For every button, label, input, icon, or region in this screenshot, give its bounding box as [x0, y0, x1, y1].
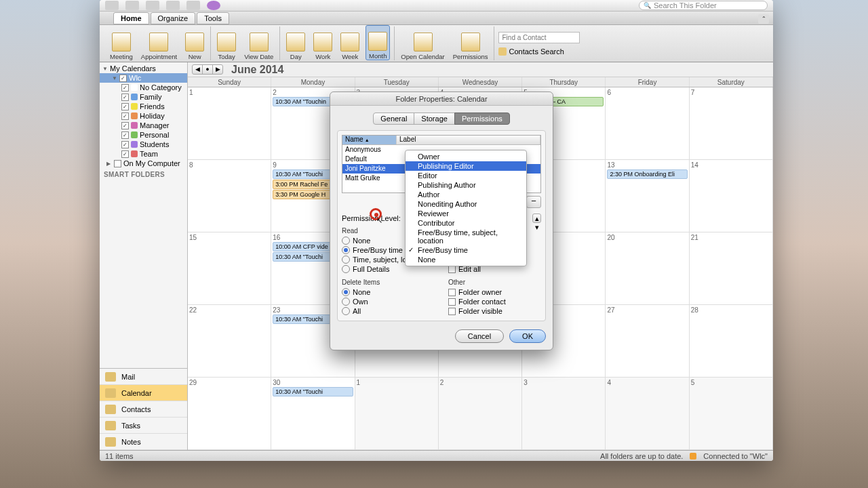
- calendar-day[interactable]: 21: [690, 232, 773, 304]
- undo-icon[interactable]: [125, 1, 139, 10]
- my-calendars-node[interactable]: ▼My Calendars: [100, 64, 187, 73]
- perm-level-stepper[interactable]: ▴▾: [532, 214, 541, 223]
- calendar-day[interactable]: 6: [606, 87, 689, 159]
- category-manager[interactable]: Manager: [100, 121, 187, 130]
- dialog-tab-storage[interactable]: Storage: [414, 113, 455, 125]
- checkbox-icon[interactable]: [448, 298, 456, 306]
- collapse-ribbon-icon[interactable]: ⌃: [758, 14, 769, 24]
- cancel-button[interactable]: Cancel: [455, 329, 504, 343]
- category-family[interactable]: Family: [100, 92, 187, 102]
- permission-level-dropdown[interactable]: OwnerPublishing EditorEditorPublishing A…: [405, 150, 527, 266]
- category-no-category[interactable]: No Category: [100, 83, 187, 92]
- calendar-day[interactable]: 15: [188, 232, 271, 304]
- calendar-day[interactable]: 5: [690, 378, 773, 449]
- calendar-day[interactable]: 22: [188, 305, 271, 377]
- category-checkbox[interactable]: [121, 113, 129, 120]
- category-checkbox[interactable]: [121, 122, 129, 129]
- calendar-event[interactable]: 2:30 PM Onboarding Eli: [607, 169, 687, 179]
- cal-checkbox[interactable]: [119, 75, 127, 82]
- print-icon[interactable]: [166, 1, 180, 10]
- nav-contacts[interactable]: Contacts: [100, 401, 187, 418]
- dropdown-item[interactable]: None: [406, 255, 526, 264]
- radio-icon[interactable]: [342, 298, 350, 306]
- nav-tasks[interactable]: Tasks: [100, 418, 187, 434]
- calendar-day[interactable]: 132:30 PM Onboarding Eli: [606, 160, 689, 232]
- category-checkbox[interactable]: [121, 94, 129, 101]
- tab-organize[interactable]: Organize: [151, 12, 196, 24]
- view-date-button[interactable]: View Date: [242, 25, 275, 60]
- dropdown-item[interactable]: Publishing Editor: [406, 161, 526, 171]
- dropdown-item[interactable]: Author: [406, 190, 526, 199]
- help-icon[interactable]: [207, 1, 220, 10]
- checkbox-icon[interactable]: [448, 289, 456, 296]
- ok-button[interactable]: OK: [509, 329, 546, 343]
- dropdown-item[interactable]: Free/Busy time, subject, location: [406, 228, 526, 245]
- calendar-wlc[interactable]: ▼Wlc: [100, 73, 187, 83]
- radio-icon[interactable]: [342, 265, 350, 273]
- day-button[interactable]: Day: [284, 25, 307, 60]
- calendar-day[interactable]: 7: [690, 87, 773, 159]
- today-circle-button[interactable]: ●: [202, 64, 213, 75]
- delete-option[interactable]: None: [342, 288, 435, 296]
- calendar-day[interactable]: 8: [188, 160, 271, 232]
- col-name[interactable]: Name: [342, 136, 397, 144]
- filter-icon[interactable]: [186, 1, 200, 10]
- calendar-day[interactable]: 2: [439, 378, 522, 449]
- category-checkbox[interactable]: [121, 103, 129, 110]
- week-button[interactable]: Week: [338, 25, 361, 60]
- col-label[interactable]: Label: [397, 136, 540, 144]
- tab-home[interactable]: Home: [113, 12, 149, 24]
- send-receive-icon[interactable]: [105, 1, 119, 10]
- category-personal[interactable]: Personal: [100, 130, 187, 140]
- delete-option[interactable]: All: [342, 307, 435, 315]
- other-option[interactable]: Folder contact: [448, 298, 541, 306]
- category-checkbox[interactable]: [121, 141, 129, 148]
- calendar-day[interactable]: 14: [690, 160, 773, 232]
- dropdown-item[interactable]: Contributor: [406, 218, 526, 228]
- contacts-search-button[interactable]: Contacts Search: [498, 47, 564, 56]
- category-team[interactable]: Team: [100, 149, 187, 159]
- new-button[interactable]: New: [183, 25, 206, 60]
- other-option[interactable]: Folder owner: [448, 288, 541, 296]
- next-month-button[interactable]: ▶: [212, 64, 223, 75]
- open-calendar-button[interactable]: Open Calendar: [399, 25, 446, 60]
- checkbox-icon[interactable]: [448, 266, 456, 273]
- calendar-day[interactable]: 3010:30 AM "Touchi: [271, 378, 355, 449]
- month-button[interactable]: Month: [366, 25, 390, 60]
- dialog-tab-permissions[interactable]: Permissions: [454, 113, 510, 125]
- delete-option[interactable]: Own: [342, 298, 435, 306]
- search-input[interactable]: Search This Folder: [639, 1, 768, 10]
- omc-checkbox[interactable]: [114, 160, 121, 167]
- radio-icon[interactable]: [342, 288, 350, 296]
- dropdown-item[interactable]: Free/Busy time: [406, 245, 526, 255]
- prev-month-button[interactable]: ◀: [192, 64, 203, 75]
- nav-calendar[interactable]: Calendar: [100, 385, 187, 401]
- category-friends[interactable]: Friends: [100, 102, 187, 111]
- checkbox-icon[interactable]: [448, 308, 456, 315]
- tab-tools[interactable]: Tools: [197, 12, 229, 24]
- radio-icon[interactable]: [342, 246, 350, 254]
- today-button[interactable]: Today: [215, 25, 238, 60]
- appointment-button[interactable]: Appointment: [139, 25, 179, 60]
- dropdown-item[interactable]: Publishing Author: [406, 180, 526, 190]
- dropdown-item[interactable]: Editor: [406, 171, 526, 180]
- nav-notes[interactable]: Notes: [100, 434, 187, 450]
- calendar-day[interactable]: 27: [606, 305, 689, 377]
- other-option[interactable]: Folder visible: [448, 307, 541, 315]
- redo-icon[interactable]: [146, 1, 159, 10]
- category-students[interactable]: Students: [100, 140, 187, 149]
- calendar-day[interactable]: 1: [188, 87, 271, 159]
- nav-mail[interactable]: Mail: [100, 369, 187, 385]
- permissions-button[interactable]: Permissions: [451, 25, 490, 60]
- meeting-button[interactable]: Meeting: [108, 25, 135, 60]
- radio-icon[interactable]: [342, 256, 350, 264]
- calendar-day[interactable]: 20: [606, 232, 689, 304]
- category-checkbox[interactable]: [121, 150, 129, 158]
- category-holiday[interactable]: Holiday: [100, 111, 187, 121]
- calendar-day[interactable]: 3: [522, 378, 606, 449]
- calendar-day[interactable]: 28: [690, 305, 773, 377]
- calendar-day[interactable]: 4: [606, 378, 689, 449]
- radio-icon[interactable]: [342, 307, 350, 315]
- calendar-day[interactable]: 29: [188, 378, 271, 449]
- dropdown-item[interactable]: Reviewer: [406, 209, 526, 218]
